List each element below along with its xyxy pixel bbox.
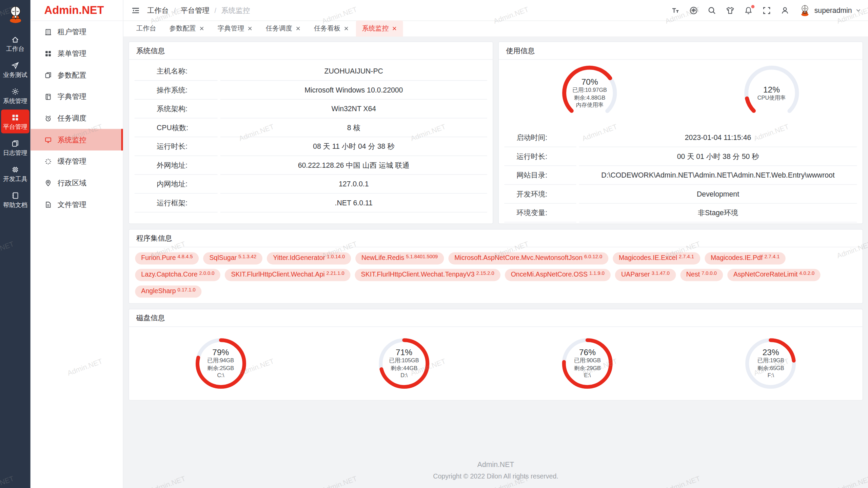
package-name: SqlSugar [210, 255, 237, 262]
package-version: 7.0.0.0 [702, 270, 717, 277]
package-version: 2.15.2.0 [476, 270, 494, 277]
sidebar-fold-button[interactable] [131, 6, 140, 15]
tab-dict-mgmt[interactable]: 字典管理 [212, 20, 259, 36]
package-version: 2.21.1.0 [327, 270, 344, 277]
package-version: 5.1.3.42 [238, 253, 256, 261]
fullscreen-button[interactable] [762, 6, 771, 15]
info-row: 运行框架: .NET 6.0.11 [135, 194, 487, 212]
package-name: Microsoft.AspNetCore.Mvc.NewtonsoftJson [454, 255, 583, 262]
tab-system-monitor[interactable]: 系统监控 [356, 20, 403, 36]
sidebar-item-admin-region[interactable]: 行政区域 [31, 172, 123, 194]
tab-task-schedule[interactable]: 任务调度 [260, 20, 307, 36]
chip-icon [11, 165, 19, 174]
disk-free: 剩余:29GB [574, 365, 601, 372]
close-icon[interactable] [392, 26, 397, 31]
close-icon[interactable] [199, 26, 204, 31]
package-version: 2.0.0.0 [199, 270, 214, 277]
package-name: SKIT.FlurlHttpClient.Wechat.Api [231, 271, 324, 278]
package-tag: AspNetCoreRateLimit4.0.2.0 [727, 269, 821, 281]
user-menu[interactable]: superadmin [799, 4, 861, 16]
fold-icon [131, 6, 140, 15]
sidebar-item-task-schedule[interactable]: 任务调度 [31, 107, 123, 129]
app-logo-avatar[interactable] [6, 0, 25, 30]
theme-button[interactable] [726, 6, 735, 15]
app-logo-text: Admin.NET [31, 0, 123, 21]
info-label: 操作系统: [135, 81, 218, 100]
info-label: 运行时长: [504, 147, 576, 166]
package-tag: Yitter.IdGenerator1.0.14.0 [267, 252, 351, 264]
info-label: 系统架构: [135, 100, 218, 119]
rail-item-dev-tools[interactable]: 开发工具 [1, 162, 29, 185]
package-tag: OnceMi.AspNetCore.OSS1.1.9.0 [505, 269, 611, 281]
breadcrumb-item[interactable]: 平台管理 [181, 5, 210, 15]
breadcrumb: 工作台 / 平台管理 / 系统监控 [147, 5, 250, 15]
paper-plane-icon [11, 61, 19, 69]
info-value: D:\CODEWORK\Admin.NET\Admin.NET\Admin.NE… [579, 166, 857, 185]
package-tag: SKIT.FlurlHttpClient.Wechat.TenpayV32.15… [355, 269, 500, 281]
disk-percent: 79% [212, 348, 229, 357]
card-title: 使用信息 [499, 42, 863, 60]
close-icon[interactable] [344, 26, 349, 31]
monitor-icon [44, 136, 52, 144]
rail-item-system-mgmt[interactable]: 系统管理 [1, 84, 29, 107]
disk-drive: F:\ [768, 372, 774, 380]
disk-gauge-c: 79% 已用:94GB 剩余:25GB C:\ [129, 337, 312, 390]
usage-gauges: 70% 已用:10.97GB 剩余:4.88GB 内存使用率 [499, 60, 863, 126]
disk-gauge-e: 76% 已用:90GB 剩余:29GB E:\ [496, 337, 679, 390]
package-name: AspNetCoreRateLimit [733, 271, 797, 278]
sidebar-item-param-config[interactable]: 参数配置 [31, 64, 123, 86]
disk-percent: 71% [396, 348, 412, 357]
tab-workbench[interactable]: 工作台 [130, 20, 162, 36]
sidebar-item-label: 参数配置 [58, 70, 86, 80]
info-label: 外网地址: [135, 156, 218, 175]
rail-item-label: 工作台 [6, 46, 24, 52]
info-value: 127.0.0.1 [220, 175, 487, 194]
disk-free: 剩余:44GB [391, 365, 417, 372]
package-tag: Nest7.0.0.0 [680, 269, 723, 281]
info-value: 2023-01-04 11:15:46 [579, 128, 857, 147]
info-value: .NET 6.0.11 [220, 194, 487, 212]
font-size-button[interactable] [671, 6, 680, 15]
language-icon [689, 6, 698, 15]
building-icon [44, 28, 52, 36]
profile-button[interactable] [781, 6, 789, 15]
package-version: 4.8.4.5 [178, 253, 193, 261]
breadcrumb-item[interactable]: 工作台 [147, 5, 169, 15]
breadcrumb-item-current: 系统监控 [221, 5, 250, 15]
info-value: 00 天 01 小时 38 分 50 秒 [579, 147, 857, 166]
rail-item-help-docs[interactable]: 帮助文档 [1, 187, 29, 211]
info-row: 内网地址: 127.0.0.1 [135, 175, 487, 194]
memory-used: 已用:10.97GB [572, 86, 607, 94]
close-icon[interactable] [296, 26, 301, 31]
close-icon[interactable] [248, 26, 253, 31]
tab-param-config[interactable]: 参数配置 [163, 20, 211, 36]
rail-item-label: 平台管理 [3, 124, 27, 130]
tab-task-board[interactable]: 任务看板 [308, 20, 355, 36]
tab-label: 任务调度 [266, 24, 292, 33]
sidebar-item-menu-mgmt[interactable]: 菜单管理 [31, 43, 123, 64]
notification-button[interactable] [744, 6, 753, 15]
menu-sidebar: Admin.NET 租户管理 菜单管理 参数配置 字典管理 任务调度 系统监控 … [31, 0, 123, 488]
rail-item-workbench[interactable]: 工作台 [1, 32, 29, 55]
language-button[interactable] [689, 6, 698, 15]
sidebar-item-system-monitor[interactable]: 系统监控 [31, 129, 123, 150]
package-name: OnceMi.AspNetCore.OSS [511, 271, 588, 278]
rail-item-label: 帮助文档 [3, 202, 27, 208]
info-label: 运行框架: [135, 194, 218, 212]
package-version: 1.1.9.0 [589, 270, 605, 277]
sidebar-item-tenant-mgmt[interactable]: 租户管理 [31, 21, 123, 43]
package-list: Furion.Pure4.8.4.5 SqlSugar5.1.3.42 Yitt… [129, 247, 862, 303]
search-button[interactable] [708, 6, 716, 15]
chevron-down-icon [855, 7, 861, 13]
info-label: 开发环境: [504, 185, 576, 204]
sidebar-item-file-mgmt[interactable]: 文件管理 [31, 194, 123, 215]
info-label: 运行时长: [135, 137, 218, 156]
sidebar-item-cache-mgmt[interactable]: 缓存管理 [31, 150, 123, 172]
rail-item-platform-mgmt[interactable]: 平台管理 [1, 109, 29, 133]
rail-item-business-test[interactable]: 业务测试 [1, 58, 29, 81]
disk-percent: 76% [579, 348, 596, 357]
sidebar-item-dict-mgmt[interactable]: 字典管理 [31, 86, 123, 107]
package-tag: UAParser3.1.47.0 [615, 269, 676, 281]
rail-item-log-mgmt[interactable]: 日志管理 [1, 136, 29, 159]
package-name: SKIT.FlurlHttpClient.Wechat.TenpayV3 [361, 271, 475, 278]
